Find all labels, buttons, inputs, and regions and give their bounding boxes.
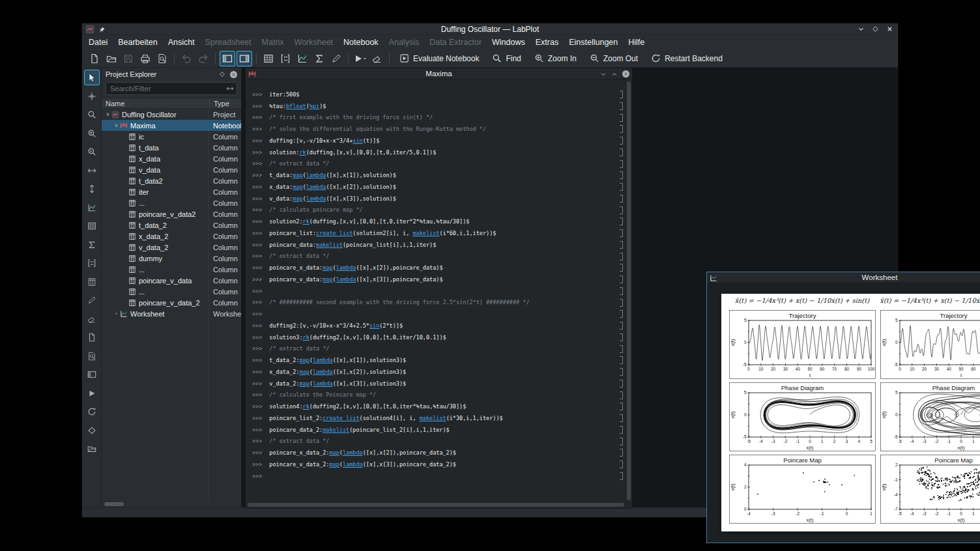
- tool-erase-button[interactable]: [84, 311, 100, 327]
- notebook-entry[interactable]: >>>x_data_2:map(lambda([x],x[2]),solutio…: [252, 366, 612, 378]
- notebook-entry[interactable]: >>>poincare_v_data_2:map(lambda([x],x[3]…: [252, 459, 612, 470]
- menu-worksheet[interactable]: Worksheet: [289, 36, 339, 48]
- notebook-entry[interactable]: >>>duffing:[v,-v/10+x-x^3/4+sin(t)]$: [252, 135, 612, 147]
- notebook-entry[interactable]: >>>poincare_x_data_2:map(lambda([x],x[2]…: [252, 447, 612, 459]
- notebook-entry[interactable]: >>>v_data:map(lambda([x],x[3]),solution)…: [252, 193, 612, 205]
- close-button[interactable]: [886, 25, 893, 33]
- notebook-backend-button[interactable]: [353, 51, 368, 66]
- filter-options-icon[interactable]: [226, 85, 234, 92]
- plot-poincare-map-3-1[interactable]: Poincare Map-4-3-2-101024x(t)v(t): [729, 455, 876, 524]
- new-project-button[interactable]: [87, 51, 102, 66]
- tool-zoom-out-button[interactable]: [84, 144, 100, 160]
- plot-poincare-map-3-2[interactable]: Poincare Map-5-4-3-2-1012345-7-4-12x(t)v…: [880, 455, 980, 524]
- tool-edit-button[interactable]: [84, 292, 100, 308]
- menu-spreadsheet[interactable]: Spreadsheet: [200, 36, 257, 48]
- menu-analysis[interactable]: Analysis: [384, 36, 425, 48]
- notebook-entry[interactable]: >>>poincare_x_data:map(lambda([x],x[2]),…: [252, 262, 612, 274]
- notebook-entry[interactable]: >>>solution2:rk(duffing,[x,v],[0,0],[t,0…: [252, 216, 612, 227]
- menu-hilfe[interactable]: Hilfe: [623, 36, 650, 48]
- tool-new-column-button[interactable]: [84, 274, 100, 290]
- notebook-entry[interactable]: >>>solution3:rk(duffing2,[x,v],[0,0],[t,…: [252, 332, 612, 343]
- minimize-button[interactable]: [857, 25, 865, 33]
- notebook-entry[interactable]: >>>poincare_data_2:makelist(poincare_lis…: [252, 424, 612, 436]
- tree-row-t-data[interactable]: t_dataColumn: [102, 142, 241, 153]
- notebook-hscrollbar[interactable]: [246, 502, 626, 507]
- tree-row-v-data-2[interactable]: v_data_2Column: [102, 242, 241, 253]
- tree-row-worksheet[interactable]: ›WorksheetWorksheet: [102, 308, 241, 319]
- float-dock-button[interactable]: [219, 71, 225, 78]
- notebook-entry[interactable]: >>>iter:500$: [252, 89, 612, 100]
- notebook-entry[interactable]: >>>: [252, 285, 612, 297]
- tree-row--[interactable]: ...Column: [102, 286, 241, 297]
- notebook-entry[interactable]: >>>/* first example with the driving for…: [252, 112, 612, 124]
- tree-row-poincare-v-data2[interactable]: poincare_v_data2Column: [102, 208, 241, 219]
- maximize-button[interactable]: [872, 25, 879, 33]
- notebook-entry[interactable]: >>>/* extract data */: [252, 158, 612, 170]
- notebook-entry[interactable]: >>>/* calculate the Poincare map */: [252, 389, 612, 401]
- menu-ansicht[interactable]: Ansicht: [163, 36, 200, 48]
- notebook-entry[interactable]: >>>t_data_2:map(lambda([x],x[1]),solutio…: [252, 354, 612, 366]
- menu-notebook[interactable]: Notebook: [338, 36, 384, 48]
- tree-row-maxima[interactable]: ∨MaximaNotebook: [102, 120, 241, 131]
- notebook-entry[interactable]: >>>poincare_v_data:map(lambda([x],x[3]),…: [252, 274, 612, 285]
- tool-new-notebook-button[interactable]: [84, 237, 100, 253]
- tree-row-x-data[interactable]: x_dataColumn: [102, 153, 241, 164]
- tool-open-file-button[interactable]: [84, 441, 100, 457]
- tree-row--[interactable]: ...Column: [102, 264, 241, 275]
- tree-row-iter[interactable]: iterColumn: [102, 186, 241, 197]
- notebook-entry[interactable]: >>>/* extract data */: [252, 251, 612, 262]
- notebook-entry[interactable]: >>>/* ########## second example with the…: [252, 297, 612, 309]
- tree-row-poincare-v-data-2[interactable]: poincare_v_data_2Column: [102, 297, 241, 308]
- menu-extras[interactable]: Extras: [530, 36, 564, 48]
- notebook-entry[interactable]: >>>t_data:map(lambda([x],x[1]),solution)…: [252, 169, 612, 181]
- notebook-maximize-button[interactable]: [611, 71, 618, 78]
- expand-arrow-icon[interactable]: ∨: [104, 111, 111, 117]
- find-button[interactable]: Find: [486, 51, 526, 66]
- tool-refresh-button[interactable]: [84, 404, 100, 419]
- new-matrix-button[interactable]: [278, 51, 293, 66]
- notebook-entry[interactable]: >>>x_data:map(lambda([x],x[2]),solution)…: [252, 181, 612, 193]
- save-project-button[interactable]: [121, 51, 136, 66]
- tool-shape-button[interactable]: [84, 423, 100, 438]
- column-header-name[interactable]: Name: [102, 100, 209, 107]
- column-header-type[interactable]: Type: [209, 100, 241, 107]
- titlebar[interactable]: Duffing Oscillator — LabPlot: [82, 23, 898, 35]
- tool-select-cursor-button[interactable]: [84, 70, 100, 85]
- search-input[interactable]: [106, 82, 237, 95]
- menu-bearbeiten[interactable]: Bearbeiten: [113, 36, 162, 48]
- tool-zoom-x-button[interactable]: [84, 163, 100, 178]
- plot-phase-diagram-2-2[interactable]: Phase Diagram-5-4-3-2-1012345-505x(t)v(t…: [880, 382, 980, 451]
- plot-phase-diagram-2-1[interactable]: Phase Diagram-5-4-3-2-1012345-505x(t)v(t…: [729, 382, 876, 451]
- notebook-entry[interactable]: >>>/* extract data */: [252, 436, 612, 447]
- notebook-entry[interactable]: >>>%tau:bfloat(%pi)$: [252, 100, 612, 112]
- tree-row--[interactable]: ...Column: [102, 197, 241, 208]
- toggle-properties-explorer-button[interactable]: [237, 51, 252, 66]
- menu-data-extractor[interactable]: Data Extractor: [424, 36, 487, 48]
- plot-trajectory-1-2[interactable]: Trajectory0102030405060708090100-505tx(t…: [880, 310, 980, 379]
- tree-row-t-data-2[interactable]: t_data_2Column: [102, 219, 241, 231]
- tree-row-x-data-2[interactable]: x_data_2Column: [102, 231, 241, 242]
- tree-row-v-data[interactable]: v_dataColumn: [102, 164, 241, 175]
- menu-matrix[interactable]: Matrix: [257, 36, 289, 48]
- undo-button[interactable]: [179, 51, 194, 66]
- notebook-vscrollbar[interactable]: [626, 80, 631, 502]
- new-spreadsheet-button[interactable]: [261, 51, 276, 66]
- restart-backend-button[interactable]: Restart Backend: [645, 51, 728, 66]
- tool-new-spreadsheet-button[interactable]: [84, 218, 100, 234]
- notebook-entry[interactable]: >>>poincare_list:create_list(solution2[i…: [252, 227, 612, 239]
- zoom-in-button[interactable]: Zoom In: [528, 51, 583, 66]
- worksheet-page[interactable]: ẍ(t) = −1/4x³(t) + x(t) − 1/10ẋ(t) + sin…: [721, 294, 980, 531]
- close-dock-button[interactable]: [230, 71, 237, 78]
- tool-new-worksheet-button[interactable]: [84, 200, 100, 216]
- worksheet-titlebar[interactable]: Worksheet: [707, 272, 980, 283]
- print-button[interactable]: [137, 51, 153, 66]
- explorer-hscrollbar[interactable]: [102, 501, 241, 507]
- tree-row-ic[interactable]: icColumn: [102, 131, 241, 142]
- notebook-entry[interactable]: >>>solution4:rk(duffing2,[x,v],[0,0],[t,…: [252, 401, 612, 412]
- evaluate-notebook-button[interactable]: Evaluate Notebook: [394, 51, 485, 66]
- notebook-titlebar[interactable]: Maxima: [246, 68, 632, 79]
- open-project-button[interactable]: [104, 51, 119, 66]
- tool-crosshair-button[interactable]: [84, 89, 100, 104]
- new-datapicker-button[interactable]: [328, 51, 344, 66]
- tool-new-document-button[interactable]: [84, 330, 100, 345]
